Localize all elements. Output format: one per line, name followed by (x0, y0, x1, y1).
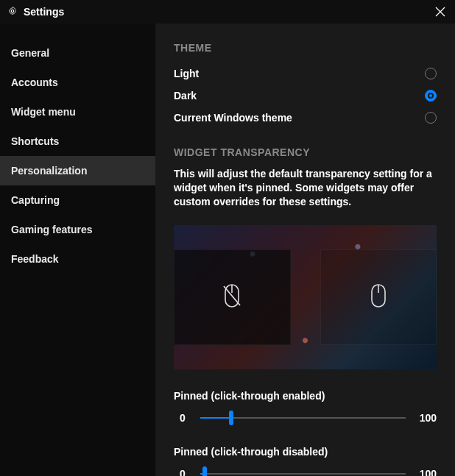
sidebar-item-label: Feedback (11, 253, 59, 265)
sidebar-item-label: General (11, 47, 49, 59)
gear-icon (7, 6, 18, 18)
sidebar-item-shortcuts[interactable]: Shortcuts (0, 127, 155, 156)
window-title: Settings (24, 6, 64, 18)
sidebar-item-label: Accounts (11, 77, 58, 88)
transparency-description: This will adjust the default transparenc… (174, 167, 437, 209)
slider-label-1: Pinned (click-through enabled) (174, 390, 437, 402)
theme-option-dark[interactable]: Dark (174, 85, 437, 107)
preview-clickthrough-enabled (174, 249, 291, 345)
slider-min: 0 (174, 468, 191, 476)
sidebar-item-general[interactable]: General (0, 38, 155, 68)
sidebar-item-widget-menu[interactable]: Widget menu (0, 97, 155, 127)
slider-max: 100 (415, 412, 437, 424)
slider-clickthrough-disabled[interactable] (200, 466, 406, 476)
theme-heading: THEME (174, 42, 437, 54)
sidebar-item-label: Capturing (11, 194, 60, 206)
theme-option-light[interactable]: Light (174, 63, 437, 85)
sidebar-item-personalization[interactable]: Personalization (0, 156, 155, 185)
radio-indicator (425, 112, 437, 124)
preview-clickthrough-disabled (320, 249, 437, 345)
slider-label-2: Pinned (click-through disabled) (174, 446, 437, 458)
sidebar-item-feedback[interactable]: Feedback (0, 244, 155, 274)
radio-label: Light (174, 68, 199, 79)
close-button[interactable] (433, 4, 448, 19)
sidebar-item-accounts[interactable]: Accounts (0, 68, 155, 97)
sidebar-item-label: Gaming features (11, 224, 92, 235)
radio-label: Dark (174, 90, 197, 102)
transparency-heading: WIDGET TRANSPARENCY (174, 146, 437, 158)
radio-label: Current Windows theme (174, 112, 292, 124)
slider-min: 0 (174, 412, 191, 424)
mouse-icon (367, 283, 389, 310)
sidebar-item-label: Shortcuts (11, 135, 59, 147)
transparency-preview (174, 225, 437, 369)
titlebar: Settings (0, 0, 455, 24)
sidebar-item-label: Widget menu (11, 106, 76, 118)
sidebar: General Accounts Widget menu Shortcuts P… (0, 24, 155, 476)
slider-max: 100 (415, 468, 437, 476)
content-scroll[interactable]: THEME Light Dark Current Windows theme W… (155, 24, 455, 476)
sidebar-item-gaming-features[interactable]: Gaming features (0, 215, 155, 244)
svg-point-0 (11, 10, 14, 13)
sidebar-item-label: Personalization (11, 165, 87, 177)
theme-option-system[interactable]: Current Windows theme (174, 107, 437, 129)
radio-indicator (425, 90, 437, 102)
slider-clickthrough-enabled[interactable] (200, 411, 406, 425)
sidebar-item-capturing[interactable]: Capturing (0, 185, 155, 215)
radio-indicator (425, 68, 437, 79)
mouse-off-icon (221, 283, 243, 310)
close-icon (435, 7, 445, 17)
